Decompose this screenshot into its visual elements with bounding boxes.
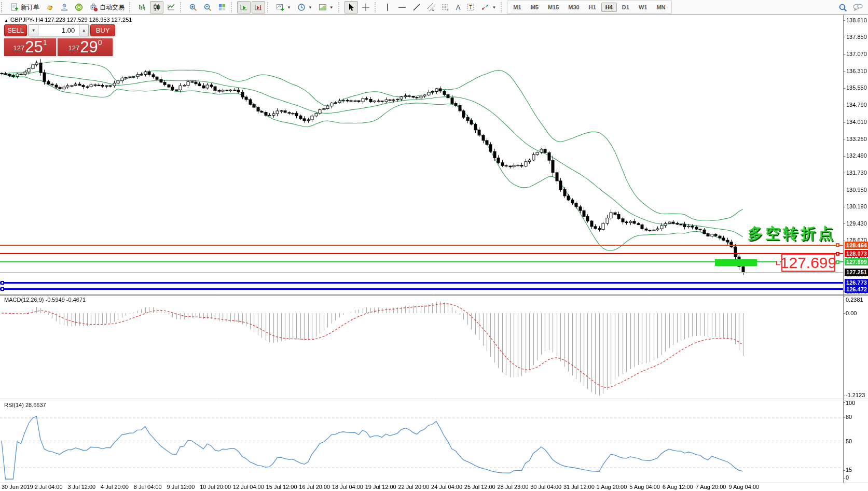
zoom-out-button[interactable] [201, 1, 214, 13]
svg-text:F: F [447, 8, 449, 11]
timeframe-h4[interactable]: H4 [601, 3, 617, 12]
buy-price-box[interactable]: 127290 [58, 38, 113, 56]
zoom-in-button[interactable] [186, 1, 200, 13]
sell-price-sup: 1 [43, 39, 47, 46]
templates-button[interactable]: ▼ [316, 1, 336, 13]
candlestick-chart-icon [153, 3, 161, 11]
crosshair-tool-button[interactable] [359, 1, 373, 13]
horizontal-level-line[interactable] [0, 282, 843, 284]
symbol-info: ▲GBPJPY-,H4 127.223 127.529 126.953 127.… [4, 17, 132, 23]
highlight-rectangle[interactable] [715, 259, 757, 266]
price-tick-label: 133.250 [846, 136, 867, 142]
timeframe-w1[interactable]: W1 [635, 3, 652, 12]
time-axis-label: 6 Aug 12:00 [663, 484, 693, 490]
timeframe-mn[interactable]: MN [652, 3, 669, 12]
time-axis-label: 25 Jul 12:00 [464, 484, 495, 490]
price-tick-label: 130.190 [846, 203, 867, 209]
time-axis-label: 2 Jul 04:00 [35, 484, 63, 490]
cursor-icon [347, 3, 355, 11]
timeframe-h1[interactable]: H1 [585, 3, 600, 12]
autotrading-robot-icon [89, 3, 98, 11]
price-tick-label: 134.790 [846, 102, 867, 108]
sell-button[interactable]: SELL [4, 24, 27, 36]
horizontal-line-tool[interactable] [395, 1, 409, 13]
line-handle[interactable] [836, 243, 839, 247]
line-handle[interactable] [1, 287, 4, 291]
time-axis-label: 18 Jul 04:00 [332, 484, 363, 490]
collapse-panel-icon[interactable]: ▲ [4, 18, 8, 23]
rsi-scale-label: 80 [846, 414, 852, 420]
indicators-icon [276, 3, 284, 11]
horizontal-level-line[interactable] [0, 253, 843, 254]
arrows-icon [481, 3, 489, 11]
bar-chart-button[interactable] [135, 1, 149, 13]
auto-scroll-button[interactable] [237, 1, 251, 13]
time-axis-label: 28 Jul 23:00 [498, 484, 529, 490]
sell-price-big: 25 [25, 39, 43, 55]
horizontal-level-line[interactable] [0, 288, 843, 290]
timeframe-m1[interactable]: M1 [509, 3, 525, 12]
equidistant-channel-tool[interactable]: E [424, 1, 438, 13]
toolbar-grip[interactable] [1, 2, 6, 12]
price-tick-label: 137.850 [846, 34, 867, 40]
buy-price-big: 29 [80, 39, 98, 55]
buy-button[interactable]: BUY [90, 24, 115, 36]
tile-windows-button[interactable] [215, 1, 229, 13]
vertical-line-tool[interactable] [381, 1, 394, 13]
trendline-tool[interactable] [410, 1, 423, 13]
macd-scale-max: 0.2381 [846, 297, 863, 303]
fibonacci-tool[interactable]: F [439, 1, 452, 13]
horizontal-line-icon [398, 3, 406, 11]
market-watch-button[interactable] [43, 1, 57, 13]
svg-text:E: E [432, 8, 434, 11]
sell-price-box[interactable]: 127251 [4, 38, 56, 56]
new-order-button[interactable]: 新订单 [8, 1, 42, 13]
volume-decrease-button[interactable]: ▼ [29, 24, 38, 36]
line-handle[interactable] [1, 281, 4, 285]
timeframe-m5[interactable]: M5 [527, 3, 543, 12]
periods-button[interactable]: ▼ [295, 1, 315, 13]
text-label-tool[interactable]: T [464, 1, 477, 13]
price-callout-label[interactable]: 127.699 [781, 254, 835, 272]
volume-input[interactable]: 1.00 [38, 24, 79, 36]
volume-increase-button[interactable]: ▲ [79, 24, 89, 36]
callout-anchor-handle[interactable] [776, 261, 780, 265]
time-axis-label: 24 Jul 04:00 [431, 484, 462, 490]
timeframe-m15[interactable]: M15 [544, 3, 563, 12]
fibonacci-icon: F [442, 3, 450, 11]
search-icon[interactable] [838, 3, 847, 12]
current-price-label: 127.251 [845, 269, 868, 276]
timeframe-m30[interactable]: M30 [564, 3, 583, 12]
time-axis-label: 8 Jul 04:00 [134, 484, 162, 490]
cursor-tool-button[interactable] [345, 1, 358, 13]
separator [267, 2, 271, 12]
time-axis-label: 22 Jul 20:00 [398, 484, 429, 490]
tile-windows-icon [218, 3, 226, 11]
rsi-scale-label: 50 [846, 438, 852, 444]
chart-shift-button[interactable] [252, 1, 265, 13]
horizontal-level-line[interactable] [0, 245, 843, 246]
indicators-button[interactable]: ▼ [273, 1, 294, 13]
time-axis-label: 3 Jul 12:00 [67, 484, 95, 490]
data-window-button[interactable] [58, 1, 71, 13]
timeframe-group: M1M5M15M30H1H4D1W1MN [507, 1, 671, 14]
text-tool[interactable]: A [453, 1, 463, 13]
timeframe-d1[interactable]: D1 [618, 3, 633, 12]
time-axis-label: 5 Aug 04:00 [629, 484, 660, 490]
rsi-scale-label: 15 [846, 467, 852, 473]
chart-shift-icon [254, 3, 263, 11]
dropdown-caret: ▼ [492, 5, 496, 10]
separator [338, 2, 342, 12]
time-axis-label: 9 Jul 12:00 [167, 484, 195, 490]
level-price-label: 128.464 [845, 242, 868, 249]
signal-icon [75, 3, 83, 11]
arrows-tool[interactable]: ▼ [478, 1, 499, 13]
clock-icon [297, 3, 306, 11]
line-chart-button[interactable] [164, 1, 178, 13]
signals-button[interactable] [72, 1, 86, 13]
candlestick-chart-button[interactable] [150, 1, 163, 13]
zoom-in-icon [189, 3, 197, 11]
chart-annotation-text[interactable]: 多空转折点 [748, 223, 836, 244]
chat-icon[interactable] [852, 3, 863, 11]
autotrading-button[interactable]: 自动交易 [87, 1, 127, 13]
